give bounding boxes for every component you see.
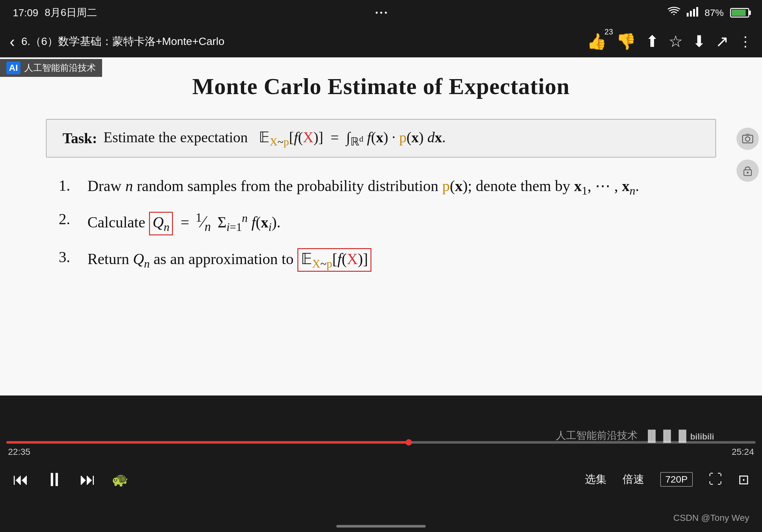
star-button[interactable]: ☆	[668, 32, 683, 51]
video-area: Monte Carlo Estimate of Expectation Task…	[0, 57, 762, 395]
video-title: 6.（6）数学基础：蒙特卡洛+Monte+Carlo	[21, 34, 587, 49]
home-bar	[336, 525, 426, 528]
progress-handle[interactable]	[406, 439, 412, 445]
battery-icon	[730, 8, 749, 18]
svg-rect-2	[693, 9, 695, 17]
list-item-1: 1. Draw n random samples from the probab…	[59, 177, 716, 197]
svg-rect-1	[690, 11, 692, 17]
side-buttons	[736, 128, 759, 182]
task-label: Task:	[62, 130, 97, 147]
share-button[interactable]: ⬆	[646, 32, 659, 51]
bilibili-logo: ▐▌▐▌▐▌bilibili	[644, 430, 714, 442]
channel-tag: AI 人工智能前沿技术	[0, 59, 102, 77]
signal-icon	[687, 6, 698, 19]
task-box: Task: Estimate the expectation 𝔼X~p[f(X)…	[46, 119, 716, 158]
svg-point-5	[745, 137, 750, 141]
current-time: 22:35	[8, 447, 30, 457]
status-bar: 17:09 8月6日周二 ••• 87%	[0, 0, 762, 26]
list-item-2: 2. Calculate Qn = 1⁄n Σi=1n f(xi).	[59, 210, 716, 235]
credit-text: CSDN @Tony Wey	[673, 513, 749, 523]
task-formula: Estimate the expectation 𝔼X~p[f(X)] = ∫ℝ…	[104, 129, 445, 148]
pause-button[interactable]: ⏸	[45, 469, 64, 491]
list-text-3: Return Qn as an approximation to 𝔼X~p[f(…	[87, 248, 371, 272]
svg-rect-3	[696, 7, 698, 17]
playback-controls: ⏮ ⏸ ⏭ 🐢	[13, 469, 128, 491]
speed-icon[interactable]: 🐢	[112, 472, 128, 487]
more-button[interactable]: ⋮	[738, 33, 752, 49]
svg-rect-4	[742, 135, 753, 143]
list-text-2: Calculate Qn = 1⁄n Σi=1n f(xi).	[87, 210, 280, 235]
select-button[interactable]: 选集	[585, 472, 607, 487]
skip-forward-button[interactable]: ⏭	[80, 470, 96, 489]
status-time: 17:09	[13, 7, 38, 19]
nav-bar: ‹ 6.（6）数学基础：蒙特卡洛+Monte+Carlo 👍 23 👎 ⬆ ☆ …	[0, 26, 762, 57]
channel-name: 人工智能前沿技术	[24, 62, 96, 74]
slide-content: Monte Carlo Estimate of Expectation Task…	[46, 73, 716, 285]
list-text-1: Draw n random samples from the probabili…	[87, 177, 639, 197]
battery-level: 87%	[705, 7, 724, 18]
slide-title: Monte Carlo Estimate of Expectation	[46, 73, 716, 100]
svg-rect-6	[746, 134, 750, 136]
skip-back-button[interactable]: ⏮	[13, 470, 29, 489]
progress-bar[interactable]	[6, 441, 756, 444]
list-item-3: 3. Return Qn as an approximation to 𝔼X~p…	[59, 248, 716, 272]
status-date: 8月6日周二	[45, 6, 97, 20]
slide-list: 1. Draw n random samples from the probab…	[46, 177, 716, 272]
watermark-text: 人工智能前沿技术	[556, 429, 638, 443]
pip-button[interactable]: ⊡	[738, 472, 749, 487]
forward-button[interactable]: ↗	[716, 32, 729, 51]
svg-rect-0	[687, 13, 689, 17]
list-num-1: 1.	[59, 177, 78, 194]
lock-button[interactable]	[736, 160, 759, 182]
extra-controls: 选集 倍速 720P ⛶ ⊡	[585, 472, 749, 487]
svg-point-8	[747, 172, 748, 173]
controls-bar: ⏮ ⏸ ⏭ 🐢 选集 倍速 720P ⛶ ⊡	[0, 459, 762, 500]
screenshot-button[interactable]	[736, 128, 759, 150]
list-num-2: 2.	[59, 210, 78, 228]
back-button[interactable]: ‹	[10, 32, 15, 51]
wifi-icon	[667, 6, 680, 19]
progress-area[interactable]: 22:35 25:24	[0, 441, 762, 457]
quality-button[interactable]: 720P	[660, 472, 693, 487]
progress-fill	[6, 441, 409, 444]
total-time: 25:24	[732, 447, 754, 457]
like-button[interactable]: 👍 23	[587, 32, 607, 51]
fullscreen-button[interactable]: ⛶	[709, 472, 722, 487]
dislike-button[interactable]: 👎	[616, 32, 636, 51]
watermark: 人工智能前沿技术 ▐▌▐▌▐▌bilibili	[556, 429, 714, 443]
ai-logo: AI	[6, 62, 21, 74]
list-num-3: 3.	[59, 248, 78, 266]
download-button[interactable]: ⬇	[692, 32, 706, 51]
dots-indicator: •••	[375, 8, 389, 17]
speed-button[interactable]: 倍速	[623, 472, 644, 487]
